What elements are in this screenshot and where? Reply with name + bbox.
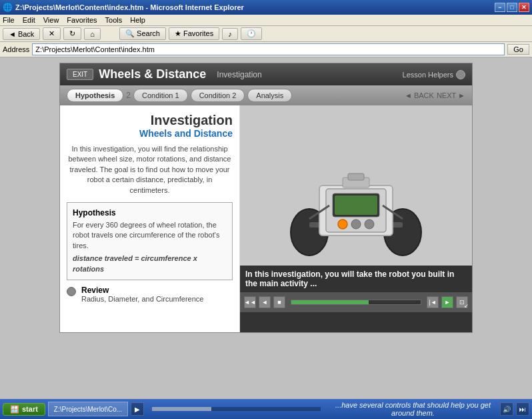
helpers-circle[interactable] (456, 70, 465, 79)
minimize-button[interactable]: − (495, 3, 505, 12)
lesson-header-left: EXIT Wheels & Distance Investigation (67, 67, 262, 81)
taskbar-media-controls: ▶ (131, 402, 144, 416)
nav-arrows: ◄ BACK NEXT ► (405, 91, 465, 99)
ie-nav-bar: ◄ Back ✕ ↻ ⌂ 🔍 Search ★ Favorites ♪ 🕐 (0, 26, 532, 42)
start-label: start (22, 405, 38, 413)
back-nav-button[interactable]: ◄ BACK (405, 91, 434, 99)
tab-analysis[interactable]: Analysis (247, 89, 292, 102)
tb-skip-button[interactable]: ⏭ (516, 402, 529, 416)
svg-point-9 (365, 220, 374, 229)
next-nav-button[interactable]: NEXT ► (437, 91, 465, 99)
restore-button[interactable]: □ (507, 3, 517, 12)
home-button[interactable]: ⌂ (84, 28, 101, 40)
tab-analysis-label: Analysis (256, 91, 283, 99)
favorites-button[interactable]: ★ Favorites (169, 27, 219, 40)
lesson-header: EXIT Wheels & Distance Investigation Les… (60, 63, 472, 85)
stop-video-button[interactable]: ■ (273, 296, 285, 308)
tb-vol-button[interactable]: 🔊 (500, 402, 513, 416)
hypothesis-formula: distance traveled = circumference x rota… (73, 254, 227, 274)
window-title: Z:\Projects\Merlot\Content\index.htm - M… (15, 3, 244, 11)
taskbar-caption: ...have several controls that should hel… (329, 401, 497, 417)
investigation-title: Investigation (67, 112, 233, 128)
review-title: Review (81, 286, 203, 295)
review-circle-icon (67, 287, 76, 296)
tab-condition2-label: Condition 2 (199, 91, 237, 99)
svg-point-7 (338, 220, 347, 229)
taskbar: 🪟 start Z:\Projects\Merlot\Co... ▶ ...ha… (0, 399, 532, 419)
play-forward-button[interactable]: ► (441, 296, 453, 308)
svg-rect-13 (348, 173, 364, 180)
lesson-title: Wheels & Distance (99, 67, 206, 81)
hypothesis-body: For every 360 degrees of wheel rotation,… (73, 220, 227, 251)
left-panel: Investigation Wheels and Distance In thi… (60, 105, 240, 332)
search-button[interactable]: 🔍 Search (119, 27, 166, 40)
right-panel: In this investigation, you will take the… (240, 105, 472, 332)
address-label: Address (3, 45, 29, 53)
investigation-subtitle: Wheels and Distance (67, 128, 233, 139)
investigation-description: In this investigation, you will find the… (67, 144, 233, 195)
video-progress-bar[interactable] (291, 300, 421, 305)
menu-edit[interactable]: Edit (23, 16, 35, 24)
tab-condition1[interactable]: Condition 1 (133, 89, 188, 102)
go-button[interactable]: Go (507, 44, 529, 55)
skip-back-button[interactable]: |◄ (427, 296, 439, 308)
ie-icon: 🌐 (3, 3, 13, 12)
video-caption: In this investigation, you will take the… (240, 266, 472, 292)
address-bar: Address Go (0, 42, 532, 57)
review-content: Review Radius, Diameter, and Circumferen… (81, 286, 203, 303)
media-button[interactable]: ♪ (222, 28, 238, 40)
title-bar-left: 🌐 Z:\Projects\Merlot\Content\index.htm -… (3, 3, 244, 12)
address-input[interactable] (32, 43, 505, 55)
video-progress-fill (291, 300, 369, 304)
rewind-button[interactable]: ◄◄ (244, 296, 256, 308)
lesson-helpers: Lesson Helpers (403, 70, 465, 79)
start-icon: 🪟 (10, 405, 19, 414)
tab-separator-1: 2 (126, 91, 131, 100)
menu-view[interactable]: View (43, 16, 59, 24)
play-back-button[interactable]: ◄ (259, 296, 271, 308)
title-bar-buttons: − □ ✕ (495, 3, 529, 12)
taskbar-item-explorer[interactable]: Z:\Projects\Merlot\Co... (48, 402, 128, 416)
history-button[interactable]: 🕐 (241, 27, 262, 40)
refresh-button[interactable]: ↻ (63, 27, 81, 40)
robot-svg (289, 125, 423, 272)
taskbar-progress-bar[interactable] (152, 407, 321, 411)
tab-hypothesis[interactable]: Hypothesis (67, 89, 123, 102)
title-bar: 🌐 Z:\Projects\Merlot\Content\index.htm -… (0, 0, 532, 15)
content-area: EXIT Wheels & Distance Investigation Les… (0, 57, 532, 402)
svg-point-8 (351, 220, 361, 229)
tb-play-button[interactable]: ▶ (131, 402, 144, 416)
hypothesis-title: Hypothesis (73, 208, 227, 218)
ie-menu-bar: File Edit View Favorites Tools Help (0, 15, 532, 26)
review-box: Review Radius, Diameter, and Circumferen… (67, 286, 233, 303)
tab-condition2[interactable]: Condition 2 (191, 89, 245, 102)
menu-tools[interactable]: Tools (105, 16, 123, 24)
helpers-label: Lesson Helpers (403, 71, 453, 79)
video-controls: ◄◄ ◄ ■ |◄ ► ⊡ ↙ (240, 292, 472, 312)
exit-button[interactable]: EXIT (67, 69, 93, 80)
lesson-panel: EXIT Wheels & Distance Investigation Les… (59, 63, 473, 333)
start-button[interactable]: 🪟 start (3, 403, 45, 416)
nav-tabs: Hypothesis 2 Condition 1 Condition 2 Ana… (60, 85, 472, 105)
menu-help[interactable]: Help (130, 16, 145, 24)
review-body: Radius, Diameter, and Circumference (81, 295, 203, 303)
tab-hypothesis-label: Hypothesis (75, 91, 115, 99)
lesson-body: Investigation Wheels and Distance In thi… (60, 105, 472, 332)
fullscreen-button[interactable]: ⊡ ↙ (456, 296, 468, 308)
menu-favorites[interactable]: Favorites (67, 16, 97, 24)
back-button[interactable]: ◄ Back (3, 28, 40, 40)
svg-rect-6 (335, 195, 377, 215)
hypothesis-box: Hypothesis For every 360 degrees of whee… (67, 202, 233, 280)
close-button[interactable]: ✕ (519, 3, 529, 12)
robot-image-area: In this investigation, you will take the… (240, 105, 472, 292)
taskbar-progress-fill (152, 407, 211, 411)
cursor-icon: ↙ (464, 303, 469, 309)
menu-bar: File Edit View Favorites Tools Help (0, 15, 532, 25)
menu-file[interactable]: File (3, 16, 15, 24)
stop-button[interactable]: ✕ (43, 27, 61, 40)
tab-condition1-label: Condition 1 (142, 91, 179, 99)
lesson-subtitle: Investigation (217, 70, 261, 79)
